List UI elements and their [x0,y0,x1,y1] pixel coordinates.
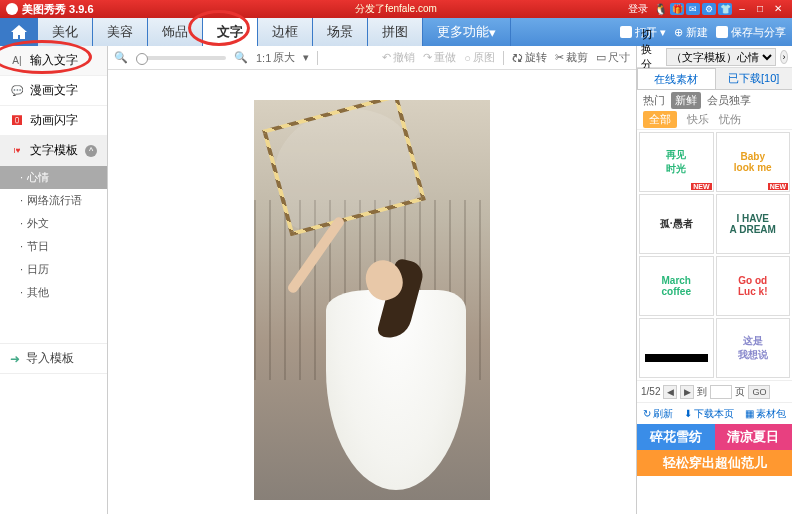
collapse-icon[interactable]: ^ [85,145,97,157]
tab-more[interactable]: 更多功能 ▾ [423,18,511,46]
canvas-viewport[interactable] [108,70,636,514]
undo-button[interactable]: ↶撤销 [382,50,415,65]
main-menu-bar: 美化 美容 饰品 文字 边框 场景 拼图 更多功能 ▾ 打开 ▾ ⊕新建 保存与… [0,18,792,46]
page-indicator: 1/52 [641,386,660,397]
tab-face[interactable]: 美容 [93,18,148,46]
plus-icon: ⊕ [674,26,683,39]
minimize-button[interactable]: – [734,3,750,15]
close-button[interactable]: ✕ [770,3,786,15]
tab-collage[interactable]: 拼图 [368,18,423,46]
folder-icon [620,26,632,38]
sidebar-item-label: 动画闪字 [30,112,78,129]
category-slang[interactable]: 网络流行语 [0,189,107,212]
sparkle-icon: 🅾 [10,114,24,128]
new-badge: NEW [691,183,711,190]
template-thumbnail[interactable]: 孤·愚者 [639,194,714,254]
source-tab-downloaded[interactable]: 已下载[10] [716,68,793,89]
page-input[interactable] [710,385,732,399]
size-button[interactable]: ▭尺寸 [596,50,630,65]
source-tab-online[interactable]: 在线素材 [637,68,716,89]
zoom-in-icon[interactable]: 🔍 [234,51,248,64]
template-grid: 再见 时光NEWBaby look meNEW孤·愚者I HAVE A DREA… [637,130,792,380]
template-thumbnail[interactable] [639,318,714,378]
sidebar-item-flash-text[interactable]: 🅾 动画闪字 [0,106,107,136]
rotate-button[interactable]: 🗘旋转 [512,50,547,65]
ad-section: 碎花雪纺 清凉夏日 轻松穿出超仙范儿 [637,424,792,476]
tab-text[interactable]: 文字 [203,18,258,46]
home-icon [10,24,28,40]
message-icon[interactable]: ✉ [686,3,700,15]
ad-banner[interactable]: 轻松穿出超仙范儿 [637,450,792,476]
ad-banner[interactable]: 碎花雪纺 [637,424,715,450]
sidebar-item-comic-text[interactable]: 💬 漫画文字 [0,76,107,106]
template-thumbnail[interactable]: 这是 我想说 [716,318,791,378]
category-list: 心情 网络流行语 外文 节日 日历 其他 [0,166,107,304]
tab-scene[interactable]: 场景 [313,18,368,46]
filter2-all[interactable]: 全部 [643,111,677,128]
go-category-button[interactable]: › [780,50,788,64]
canvas-area: 🔍 🔍 1:1 原大 ▾ ↶撤销 ↷重做 ○原图 🗘旋转 ✂裁剪 ▭尺寸 [108,46,636,514]
gift-icon[interactable]: 🎁 [670,3,684,15]
maximize-button[interactable]: □ [752,3,768,15]
filter2-happy[interactable]: 快乐 [687,112,709,127]
restore-button[interactable]: ○原图 [464,50,495,65]
left-sidebar: A| 输入文字 💬 漫画文字 🅾 动画闪字 I♥ 文字模板 ^ 心情 网络流行语… [0,46,108,514]
filter-vip[interactable]: 会员独享 [707,93,751,108]
ad-banner[interactable]: 清凉夏日 [715,424,793,450]
sidebar-item-label: 漫画文字 [30,82,78,99]
zoom-out-icon[interactable]: 🔍 [114,51,128,64]
share-url: 分发了fenfale.com [355,2,437,16]
canvas-toolbar: 🔍 🔍 1:1 原大 ▾ ↶撤销 ↷重做 ○原图 🗘旋转 ✂裁剪 ▭尺寸 [108,46,636,70]
app-logo-icon [6,3,18,15]
redo-button[interactable]: ↷重做 [423,50,456,65]
category-calendar[interactable]: 日历 [0,258,107,281]
page-go-button[interactable]: GO [748,385,770,399]
zoom-fit-button[interactable]: 1:1 原大 [256,50,295,65]
save-button[interactable]: 保存与分享 [716,25,786,40]
download-page-button[interactable]: ⬇下载本页 [684,407,734,421]
edited-image[interactable] [254,100,490,500]
template-thumbnail[interactable]: 再见 时光NEW [639,132,714,192]
new-button[interactable]: ⊕新建 [674,25,708,40]
app-title: 美图秀秀 3.9.6 [22,2,94,17]
heart-icon: I♥ [10,144,24,158]
tab-beautify[interactable]: 美化 [38,18,93,46]
qq-icon[interactable]: 🐧 [654,3,668,16]
crop-button[interactable]: ✂裁剪 [555,50,588,65]
import-template-button[interactable]: ➜ 导入模板 [0,343,107,374]
page-prev-button[interactable]: ◀ [663,385,677,399]
skin-icon[interactable]: 👕 [718,3,732,15]
import-icon: ➜ [10,352,20,366]
speech-bubble-icon: 💬 [10,84,24,98]
login-link[interactable]: 登录 [628,2,648,16]
category-other[interactable]: 其他 [0,281,107,304]
filter-fresh[interactable]: 新鲜 [671,92,701,109]
material-pack-button[interactable]: ▦素材包 [745,407,786,421]
right-panel: 切换分类 （文字模板）心情 › 在线素材 已下载[10] 热门 新鲜 会员独享 … [636,46,792,514]
sidebar-item-label: 输入文字 [30,52,78,69]
new-badge: NEW [768,183,788,190]
category-mood[interactable]: 心情 [0,166,107,189]
filter2-sad[interactable]: 忧伤 [719,112,741,127]
text-cursor-icon: A| [10,54,24,68]
page-next-button[interactable]: ▶ [680,385,694,399]
title-bar: 美图秀秀 3.9.6 分发了fenfale.com 登录 🐧 🎁 ✉ ⚙ 👕 –… [0,0,792,18]
zoom-slider[interactable] [136,56,226,60]
template-thumbnail[interactable]: I HAVE A DREAM [716,194,791,254]
filter-hot[interactable]: 热门 [643,93,665,108]
tab-border[interactable]: 边框 [258,18,313,46]
category-select[interactable]: （文字模板）心情 [666,48,776,66]
tab-decoration[interactable]: 饰品 [148,18,203,46]
chevron-down-icon[interactable]: ▾ [303,51,309,64]
template-thumbnail[interactable]: Go od Luc k! [716,256,791,316]
category-festival[interactable]: 节日 [0,235,107,258]
sidebar-item-text-templates[interactable]: I♥ 文字模板 ^ [0,136,107,166]
settings-icon[interactable]: ⚙ [702,3,716,15]
category-foreign[interactable]: 外文 [0,212,107,235]
home-tab[interactable] [0,18,38,46]
refresh-button[interactable]: ↻刷新 [643,407,673,421]
save-icon [716,26,728,38]
template-thumbnail[interactable]: March coffee [639,256,714,316]
template-thumbnail[interactable]: Baby look meNEW [716,132,791,192]
sidebar-item-input-text[interactable]: A| 输入文字 [0,46,107,76]
